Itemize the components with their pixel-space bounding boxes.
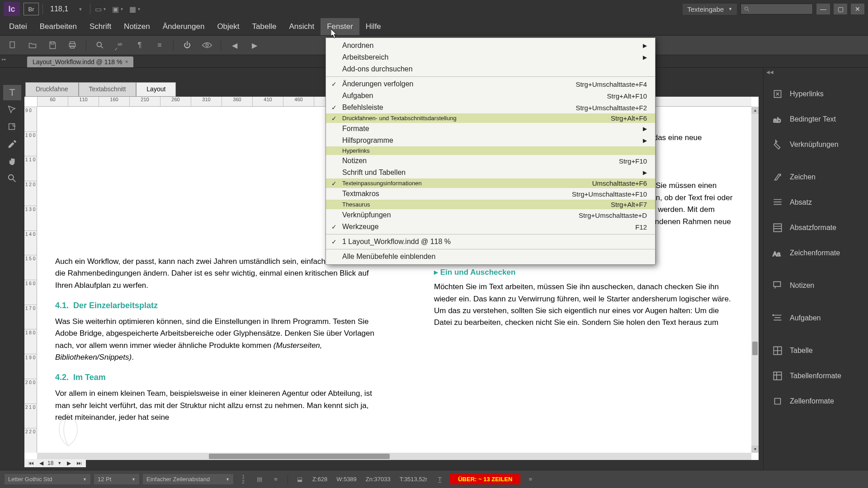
panel-zeichen[interactable]: Zeichen <box>764 164 868 190</box>
menu-bearbeiten[interactable]: Bearbeiten <box>33 18 83 35</box>
menu-item[interactable]: Hilfsprogramme▶ <box>326 135 655 146</box>
screen-mode-icon[interactable]: ▣▼ <box>111 3 125 15</box>
close-tab-icon[interactable]: × <box>125 59 128 65</box>
menu-item[interactable]: WerkzeugeF12 <box>326 221 655 233</box>
heading-4-2[interactable]: 4.2.Im Team <box>55 371 376 384</box>
panel-bedingter-text[interactable]: abBedingter Text <box>764 107 868 132</box>
spellcheck-icon[interactable]: ᵃᵇ✓ <box>112 38 128 52</box>
position-tool-icon[interactable] <box>3 102 21 117</box>
prev-page-icon[interactable]: ◀ <box>38 460 45 466</box>
collapse-panels-icon[interactable]: ◀◀ <box>766 70 774 75</box>
panel-absatz[interactable]: Absatz <box>764 190 868 215</box>
justify-icon[interactable]: ≡ <box>269 474 282 485</box>
panel-absatzformate[interactable]: Absatzformate <box>764 215 868 240</box>
maximize-button[interactable]: ▢ <box>834 4 847 14</box>
menu-notizen[interactable]: Notizen <box>118 18 156 35</box>
menu-ansicht[interactable]: Ansicht <box>283 18 321 35</box>
font-family-selector[interactable]: Letter Gothic Std▼ <box>5 474 90 484</box>
minimize-button[interactable]: — <box>816 4 830 14</box>
panel-notizen[interactable]: Notizen <box>764 273 868 298</box>
note-tool-icon[interactable] <box>3 119 21 135</box>
pilcrow-icon[interactable]: ¶ <box>132 38 148 52</box>
menu-änderungen[interactable]: Änderungen <box>156 18 211 35</box>
font-size-selector[interactable]: 12 Pt▼ <box>94 474 139 484</box>
menu-item[interactable]: Schrift und Tabellen▶ <box>326 167 655 178</box>
vertical-scrollbar[interactable]: ▴ ▾ <box>751 107 759 453</box>
scrollbar-thumb[interactable] <box>752 342 758 355</box>
menu-item[interactable]: Druckfahnen- und Textabschnittsdarstellu… <box>326 113 655 123</box>
stats-icon[interactable]: ⬓ <box>293 474 306 485</box>
bridge-icon[interactable]: Br <box>24 3 39 15</box>
scroll-down-icon[interactable]: ▾ <box>751 446 759 453</box>
document-tab[interactable]: Layout_Workflow.indd @ 118 %× <box>27 56 133 67</box>
zoom-level[interactable]: 118,1▼ <box>47 4 86 14</box>
body-text[interactable]: Was Sie weiterhin optimieren können, sin… <box>55 316 376 363</box>
menu-item[interactable]: 1 Layout_Workflow.indd @ 118 % <box>326 236 655 248</box>
arrange-docs-icon[interactable]: ▦▼ <box>128 3 142 15</box>
menu-item[interactable]: Änderungen verfolgenStrg+Umschalttaste+F… <box>326 78 655 90</box>
fit-icon[interactable]: T̲ <box>434 474 446 485</box>
menu-item[interactable]: BefehlsleisteStrg+Umschalttaste+F2 <box>326 102 655 113</box>
scroll-up-icon[interactable]: ▴ <box>751 107 759 114</box>
eyedropper-tool-icon[interactable] <box>3 136 21 152</box>
power-icon[interactable]: ⏻ <box>179 38 195 52</box>
columns-icon[interactable]: 12 <box>237 474 250 485</box>
panel-tabelle[interactable]: Tabelle <box>764 338 868 363</box>
close-button[interactable]: ✕ <box>851 4 864 14</box>
view-tab-textabschnitt[interactable]: Textabschnitt <box>79 82 137 96</box>
menu-item[interactable]: NotizenStrg+F10 <box>326 155 655 167</box>
panel-hyperlinks[interactable]: Hyperlinks <box>764 81 868 107</box>
view-tab-druckfahne[interactable]: Druckfahne <box>25 82 79 96</box>
eye-icon[interactable] <box>199 38 215 52</box>
first-page-icon[interactable]: ⏮ <box>27 460 35 466</box>
panel-zeichenformate[interactable]: AaZeichenformate <box>764 240 868 266</box>
sub-heading[interactable]: Ein und Auschecken <box>434 267 733 278</box>
menu-icon[interactable]: ≡ <box>524 474 537 485</box>
panel-verknüpfungen[interactable]: Verknüpfungen <box>764 132 868 157</box>
open-icon[interactable] <box>24 38 41 52</box>
page-navigator[interactable]: ⏮ ◀ 18 ▼ ▶ ⏭ <box>24 459 86 467</box>
menu-item[interactable]: Formate▶ <box>326 123 655 135</box>
menu-item[interactable]: Hyperlinks <box>326 146 655 155</box>
next-page-icon[interactable]: ▶ <box>66 460 72 466</box>
menu-schrift[interactable]: Schrift <box>83 18 118 35</box>
print-icon[interactable] <box>64 38 80 52</box>
body-text[interactable]: Vor allem in einem kleinen Team, beispie… <box>55 388 376 423</box>
horizontal-scrollbar[interactable] <box>37 453 751 460</box>
type-tool-icon[interactable]: T <box>3 85 21 100</box>
menu-item[interactable]: Add-ons durchsuchen <box>326 63 655 75</box>
view-options-icon[interactable]: ▭▼ <box>94 3 108 15</box>
menu-item[interactable]: Alle Menübefehle einblenden <box>326 251 655 263</box>
menu-item[interactable]: Arbeitsbereich▶ <box>326 52 655 63</box>
menu-item[interactable]: TexteinpassungsinformationenUmschalttast… <box>326 178 655 188</box>
panel-zellenformate[interactable]: Zellenformate <box>764 389 868 414</box>
menu-fenster[interactable]: Fenster <box>321 18 359 35</box>
panel-tabellenformate[interactable]: Tabellenformate <box>764 363 868 389</box>
scrollbar-thumb[interactable] <box>209 454 390 459</box>
view-tab-layout[interactable]: Layout <box>136 82 176 96</box>
page-number[interactable]: 18 <box>47 460 53 466</box>
menu-item[interactable]: Anordnen▶ <box>326 40 655 52</box>
find-icon[interactable] <box>92 38 108 52</box>
menu-tabelle[interactable]: Tabelle <box>246 18 283 35</box>
menu-datei[interactable]: Datei <box>3 18 33 35</box>
new-icon[interactable] <box>5 38 21 52</box>
search-input[interactable] <box>741 4 813 14</box>
heading-4-1[interactable]: 4.1.Der Einzelarbeitsplatz <box>55 300 376 312</box>
leading-selector[interactable]: Einfacher Zeilenabstand▼ <box>143 474 233 484</box>
zoom-tool-icon[interactable] <box>3 171 21 186</box>
nav-back-icon[interactable]: ◀ <box>226 38 243 52</box>
panel-toggle-icon[interactable]: ▸▸ <box>2 58 6 61</box>
body-text[interactable]: Möchten Sie im Text arbeiten, müssen Sie… <box>434 281 733 328</box>
menu-item[interactable]: ThesaurusStrg+Alt+F7 <box>326 200 655 209</box>
menu-objekt[interactable]: Objekt <box>211 18 245 35</box>
menu-item[interactable]: AufgabenStrg+Alt+F10 <box>326 90 655 102</box>
hand-tool-icon[interactable] <box>3 154 21 169</box>
menu-hilfe[interactable]: Hilfe <box>359 18 387 35</box>
save-icon[interactable] <box>44 38 61 52</box>
menu-item[interactable]: TextmakrosStrg+Umschalttaste+F10 <box>326 188 655 200</box>
lines-icon[interactable]: ≡ <box>151 38 168 52</box>
menu-item[interactable]: VerknüpfungenStrg+Umschalttaste+D <box>326 209 655 221</box>
panel-aufgaben[interactable]: Aufgaben <box>764 305 868 331</box>
nav-fwd-icon[interactable]: ▶ <box>246 38 263 52</box>
